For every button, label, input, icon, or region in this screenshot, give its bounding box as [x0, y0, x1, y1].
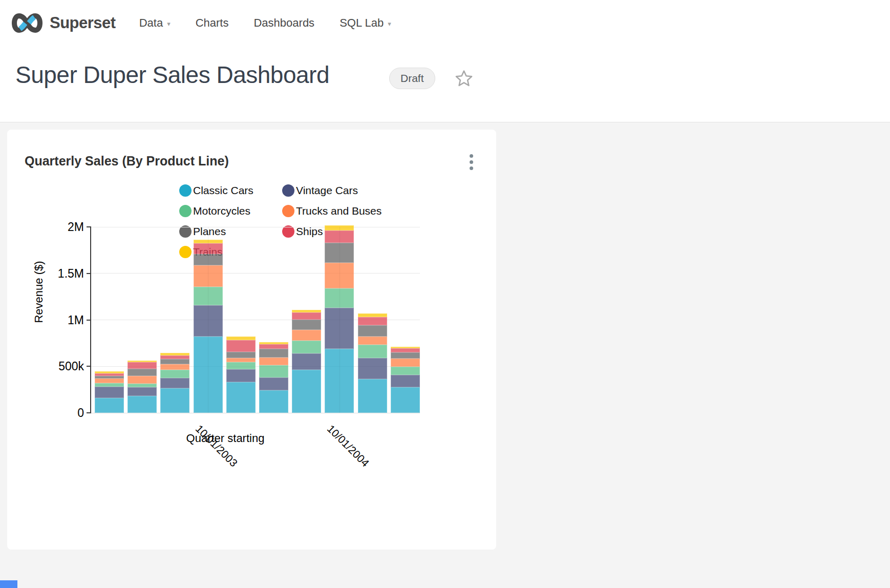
- bar-segment-ships[interactable]: [160, 355, 189, 359]
- nav-item-dashboards[interactable]: Dashboards: [253, 16, 314, 30]
- bar-segment-motorcycles[interactable]: [358, 345, 387, 358]
- bar-segment-ships[interactable]: [391, 348, 420, 352]
- bar-segment-trucks-and-buses[interactable]: [160, 364, 189, 370]
- bar-segment-trains[interactable]: [391, 347, 420, 348]
- bar-segment-trains[interactable]: [292, 310, 321, 312]
- bar-segment-planes[interactable]: [128, 369, 157, 376]
- y-tick-label: 2M: [7, 220, 84, 234]
- chevron-down-icon: ▾: [388, 20, 391, 28]
- bar-segment-vintage-cars[interactable]: [391, 375, 420, 387]
- bar-segment-planes[interactable]: [226, 352, 256, 358]
- bar-segment-ships[interactable]: [259, 344, 288, 349]
- legend-label: Motorcycles: [193, 205, 250, 217]
- bar-segment-trains[interactable]: [95, 371, 124, 373]
- bar-segment-classic-cars[interactable]: [128, 396, 157, 413]
- legend-swatch-icon: [179, 205, 192, 217]
- legend-item-classic-cars[interactable]: Classic Cars: [179, 180, 282, 201]
- legend-label: Classic Cars: [193, 184, 253, 197]
- bar-segment-ships[interactable]: [358, 317, 387, 325]
- bar-segment-planes[interactable]: [95, 376, 124, 379]
- stacked-bar-01-01-2004[interactable]: [226, 337, 256, 413]
- favorite-star-icon[interactable]: [455, 70, 473, 87]
- bar-segment-classic-cars[interactable]: [160, 388, 189, 413]
- bar-segment-trucks-and-buses[interactable]: [95, 379, 124, 383]
- bar-segment-ships[interactable]: [95, 373, 124, 376]
- nav-item-charts[interactable]: Charts: [196, 16, 229, 30]
- chart-card: Quarterly Sales (By Product Line) Classi…: [7, 130, 496, 550]
- x-tick-label: 10/01/2003: [193, 423, 240, 469]
- stacked-bar-04-01-2003[interactable]: [128, 361, 157, 413]
- bar-segment-vintage-cars[interactable]: [226, 369, 256, 382]
- bar-segment-ships[interactable]: [226, 340, 256, 352]
- stacked-bar-04-01-2005[interactable]: [391, 347, 420, 413]
- y-tick-label: 500k: [7, 360, 84, 373]
- bar-segment-classic-cars[interactable]: [292, 370, 321, 413]
- x-axis-title: Quarter starting: [186, 432, 265, 445]
- stacked-bar-07-01-2003[interactable]: [160, 353, 189, 413]
- nav-items: Data▾ChartsDashboardsSQL Lab▾: [139, 16, 391, 30]
- navbar: Superset Data▾ChartsDashboardsSQL Lab▾: [0, 0, 890, 46]
- bar-segment-vintage-cars[interactable]: [128, 387, 157, 395]
- bar-segment-motorcycles[interactable]: [391, 367, 420, 375]
- bar-segment-vintage-cars[interactable]: [95, 387, 124, 398]
- bar-segment-trucks-and-buses[interactable]: [128, 376, 157, 384]
- bar-segment-trains[interactable]: [226, 337, 256, 340]
- bar-segment-trains[interactable]: [128, 361, 157, 363]
- chart-title: Quarterly Sales (By Product Line): [25, 154, 229, 169]
- bar-segment-trucks-and-buses[interactable]: [259, 358, 288, 365]
- bar-segment-trains[interactable]: [259, 342, 288, 344]
- bar-segment-trains[interactable]: [358, 313, 387, 317]
- legend-label: Vintage Cars: [296, 184, 358, 197]
- nav-item-data[interactable]: Data▾: [139, 16, 171, 30]
- stacked-bar-01-01-2005[interactable]: [358, 313, 387, 413]
- bar-segment-planes[interactable]: [358, 325, 387, 337]
- bar-segment-motorcycles[interactable]: [259, 365, 288, 377]
- stacked-bar-01-01-2003[interactable]: [95, 371, 124, 413]
- stacked-bar-04-01-2004[interactable]: [259, 342, 288, 413]
- bar-segment-motorcycles[interactable]: [128, 384, 157, 387]
- bar-segment-ships[interactable]: [128, 362, 157, 369]
- legend-item-trucks-and-buses[interactable]: Trucks and Buses: [282, 201, 382, 221]
- brand[interactable]: Superset: [9, 11, 116, 35]
- bar-segment-trucks-and-buses[interactable]: [391, 359, 420, 367]
- bar-segment-vintage-cars[interactable]: [358, 358, 387, 379]
- bar-segment-motorcycles[interactable]: [160, 370, 189, 378]
- superset-app: Superset Data▾ChartsDashboardsSQL Lab▾ S…: [0, 0, 890, 588]
- bar-segment-vintage-cars[interactable]: [160, 378, 189, 388]
- nav-item-sql-lab[interactable]: SQL Lab▾: [340, 16, 391, 30]
- legend-swatch-icon: [282, 205, 294, 217]
- bar-segment-vintage-cars[interactable]: [292, 353, 321, 370]
- bar-segment-classic-cars[interactable]: [358, 379, 387, 413]
- bar-segment-trucks-and-buses[interactable]: [292, 330, 321, 341]
- bar-segment-classic-cars[interactable]: [226, 382, 256, 413]
- bar-segment-motorcycles[interactable]: [292, 341, 321, 353]
- bar-segment-planes[interactable]: [391, 352, 420, 359]
- bar-segment-planes[interactable]: [292, 320, 321, 329]
- bar-segment-vintage-cars[interactable]: [259, 377, 288, 390]
- bar-segment-classic-cars[interactable]: [391, 387, 420, 413]
- legend-swatch-icon: [179, 184, 192, 197]
- y-tick: [87, 273, 90, 274]
- bar-segment-classic-cars[interactable]: [95, 398, 124, 413]
- bar-segment-trucks-and-buses[interactable]: [226, 358, 256, 362]
- stacked-bar-07-01-2004[interactable]: [292, 310, 321, 413]
- app-header: Superset Data▾ChartsDashboardsSQL Lab▾ S…: [0, 0, 890, 122]
- legend-item-vintage-cars[interactable]: Vintage Cars: [282, 180, 382, 201]
- bar-segment-trains[interactable]: [160, 353, 189, 355]
- y-tick: [87, 226, 90, 227]
- legend-swatch-icon: [282, 184, 294, 197]
- bar-segment-ships[interactable]: [292, 312, 321, 320]
- bar-segment-classic-cars[interactable]: [259, 390, 288, 413]
- bar-segment-planes[interactable]: [160, 359, 189, 364]
- bar-segment-planes[interactable]: [259, 349, 288, 358]
- legend-item-motorcycles[interactable]: Motorcycles: [179, 201, 282, 221]
- nav-item-label: Data: [139, 16, 163, 30]
- bar-segment-trucks-and-buses[interactable]: [358, 337, 387, 345]
- kebab-menu-icon[interactable]: [468, 152, 475, 172]
- bar-segment-motorcycles[interactable]: [226, 362, 256, 369]
- chevron-down-icon: ▾: [167, 20, 171, 28]
- gridline: [91, 273, 420, 274]
- legend-label: Trucks and Buses: [296, 205, 382, 217]
- bar-segment-motorcycles[interactable]: [95, 383, 124, 387]
- y-axis-title: Revenue ($): [32, 261, 46, 323]
